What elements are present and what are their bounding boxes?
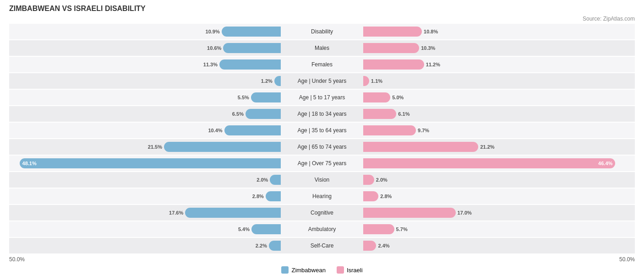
bar-row: 48.1% Age | Over 75 years 46.4%: [9, 156, 635, 171]
pink-bar: 1.1%: [363, 76, 369, 86]
blue-bar: 1.2%: [274, 76, 281, 86]
bar-row: 10.4% Age | 35 to 64 years 9.7%: [9, 123, 635, 138]
left-value: 17.6%: [169, 210, 183, 215]
blue-bar: 5.4%: [251, 224, 281, 234]
blue-bar: 5.5%: [251, 92, 281, 102]
source-label: Source: ZipAtlas.com: [9, 16, 635, 22]
blue-bar: 2.0%: [270, 175, 281, 185]
bar-label: Age | Over 75 years: [281, 160, 363, 167]
bar-row: 1.2% Age | Under 5 years 1.1%: [9, 73, 635, 89]
pink-bar: 10.3%: [363, 43, 419, 53]
bar-label: Age | 18 to 34 years: [281, 111, 363, 117]
blue-bar: 6.5%: [246, 109, 281, 119]
pink-bar: 46.4%: [363, 158, 615, 168]
pink-bar: 10.8%: [363, 27, 422, 37]
left-value: 10.4%: [208, 128, 222, 133]
right-value: 10.3%: [421, 45, 435, 51]
legend-left-label: Zimbabwean: [291, 267, 325, 274]
legend-right-label: Israeli: [347, 267, 363, 274]
axis-right: 50.0%: [619, 256, 635, 263]
pink-bar: 6.1%: [363, 109, 396, 119]
bar-row: 21.5% Age | 65 to 74 years 21.2%: [9, 139, 635, 155]
pink-bar: 2.4%: [363, 241, 376, 251]
bar-label: Self-Care: [281, 242, 363, 249]
bar-label: Hearing: [281, 193, 363, 199]
bar-row: 11.3% Females 11.2%: [9, 57, 635, 72]
blue-bar: 10.6%: [223, 43, 281, 53]
bar-label: Age | 5 to 17 years: [281, 94, 363, 101]
blue-bar: 17.6%: [185, 208, 281, 218]
pink-bar: 2.0%: [363, 175, 374, 185]
bar-label: Disability: [281, 28, 363, 35]
right-value: 2.0%: [376, 177, 387, 183]
legend-israeli: Israeli: [337, 266, 363, 274]
bar-label: Ambulatory: [281, 226, 363, 232]
pink-bar: 5.0%: [363, 92, 390, 102]
blue-bar: 21.5%: [164, 142, 281, 152]
pink-bar: 17.0%: [363, 208, 456, 218]
right-value: 17.0%: [458, 210, 472, 215]
left-value: 21.5%: [148, 144, 162, 150]
chart-container: 10.9% Disability 10.8% 10.6% Males 10.3%: [9, 24, 635, 274]
bar-row: 10.9% Disability 10.8%: [9, 24, 635, 39]
right-value: 5.7%: [396, 226, 408, 232]
left-value: 2.2%: [256, 243, 267, 248]
bar-row: 2.2% Self-Care 2.4%: [9, 238, 635, 253]
right-value: 10.8%: [424, 29, 438, 34]
right-value: 11.2%: [426, 62, 440, 67]
right-value: 5.0%: [392, 95, 404, 100]
left-value: 1.2%: [261, 78, 273, 84]
blue-bar: 10.9%: [222, 27, 281, 37]
right-value: 2.8%: [380, 194, 392, 199]
bar-label: Cognitive: [281, 210, 363, 216]
pink-bar: 21.2%: [363, 142, 478, 152]
bar-row: 17.6% Cognitive 17.0%: [9, 205, 635, 221]
bar-row: 2.0% Vision 2.0%: [9, 172, 635, 188]
bar-label: Males: [281, 45, 363, 51]
bar-row: 5.5% Age | 5 to 17 years 5.0%: [9, 90, 635, 105]
blue-bar: 2.2%: [269, 241, 281, 251]
page-title: ZIMBABWEAN VS ISRAELI DISABILITY: [9, 5, 635, 13]
blue-bar: 2.8%: [266, 191, 281, 201]
left-value: 5.4%: [238, 226, 250, 232]
right-value-inside: 46.4%: [598, 161, 612, 166]
blue-bar: 11.3%: [219, 59, 281, 70]
pink-bar: 2.8%: [363, 191, 378, 201]
blue-bar: 48.1%: [20, 158, 281, 168]
pink-bar: 5.7%: [363, 224, 394, 234]
left-value: 10.9%: [206, 29, 220, 34]
axis-left: 50.0%: [9, 256, 25, 263]
right-value: 21.2%: [480, 144, 494, 150]
bar-label: Age | 35 to 64 years: [281, 127, 363, 134]
blue-bar: 10.4%: [224, 125, 281, 135]
left-value: 6.5%: [232, 111, 244, 117]
bar-label: Age | 65 to 74 years: [281, 144, 363, 150]
legend-pink-box: [337, 266, 344, 274]
pink-bar: 9.7%: [363, 125, 416, 135]
left-value: 2.0%: [257, 177, 268, 183]
right-value: 6.1%: [398, 111, 409, 117]
right-value: 9.7%: [418, 128, 429, 133]
left-value: 2.8%: [252, 194, 264, 199]
left-value-inside: 48.1%: [22, 161, 37, 166]
pink-bar: 11.2%: [363, 59, 424, 70]
left-value: 11.3%: [203, 62, 218, 67]
left-value: 10.6%: [207, 45, 221, 51]
bar-label: Vision: [281, 177, 363, 183]
bar-row: 5.4% Ambulatory 5.7%: [9, 221, 635, 237]
right-value: 1.1%: [371, 78, 382, 84]
bar-row: 6.5% Age | 18 to 34 years 6.1%: [9, 106, 635, 122]
bar-label: Age | Under 5 years: [281, 78, 363, 84]
bar-row: 10.6% Males 10.3%: [9, 40, 635, 56]
legend-blue-box: [281, 266, 289, 274]
bar-row: 2.8% Hearing 2.8%: [9, 188, 635, 204]
legend-zimbabwean: Zimbabwean: [281, 266, 325, 274]
bar-label: Females: [281, 61, 363, 68]
right-value: 2.4%: [378, 243, 389, 248]
left-value: 5.5%: [238, 95, 249, 100]
